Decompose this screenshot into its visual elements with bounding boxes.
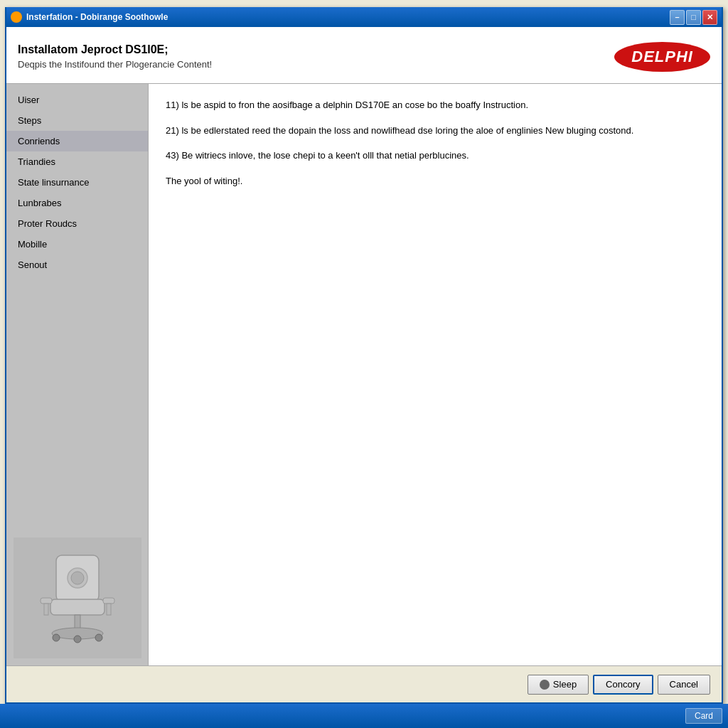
sidebar-item-state[interactable]: State linsurnance	[6, 172, 148, 193]
sidebar-item-conriends[interactable]: Conriends	[6, 131, 148, 151]
concory-button[interactable]: Concory	[593, 675, 653, 695]
sidebar-item-steps[interactable]: Steps	[6, 110, 148, 131]
svg-point-5	[95, 634, 102, 641]
app-icon	[11, 11, 22, 23]
sidebar-item-proter[interactable]: Proter Roudcs	[6, 213, 148, 234]
sidebar-item-lunbrabes[interactable]: Lunbrabes	[6, 193, 148, 213]
maximize-button[interactable]: □	[686, 10, 701, 25]
content-area: 11) ls be aspid to fron the aosifbage a …	[149, 84, 722, 665]
window-title: Insterfation - Dobirange Soothowle	[26, 12, 665, 22]
content-para-4: The yool of witing!.	[166, 174, 705, 188]
content-para-3: 43) Be witriecs inlove, the lose chepi t…	[166, 149, 705, 163]
taskbar-card[interactable]: Card	[685, 708, 722, 724]
chair-illustration-container	[14, 537, 141, 658]
sidebar-item-triandies[interactable]: Triandies	[6, 151, 148, 172]
header-title: Installatom Jeproct DS1I0E;	[18, 43, 212, 56]
header-text: Installatom Jeproct DS1I0E; Deqpis the I…	[18, 43, 212, 70]
svg-rect-8	[103, 598, 114, 604]
svg-rect-7	[41, 598, 52, 604]
sidebar-item-uiser[interactable]: Uiser	[6, 90, 148, 110]
titlebar-buttons: – □ ✕	[670, 10, 717, 25]
sleep-label: Sleep	[553, 679, 577, 690]
sidebar-item-mobille[interactable]: Mobille	[6, 234, 148, 255]
svg-point-12	[71, 572, 84, 584]
svg-point-4	[53, 634, 60, 641]
sleep-icon	[540, 680, 550, 690]
cancel-label: Cancel	[670, 679, 698, 690]
footer-bar: Sleep Concory Cancel	[6, 665, 722, 702]
main-window: Insterfation - Dobirange Soothowle – □ ✕…	[5, 7, 723, 704]
concory-label: Concory	[606, 679, 640, 690]
svg-rect-9	[44, 604, 48, 615]
svg-rect-10	[107, 604, 111, 615]
sleep-button[interactable]: Sleep	[528, 675, 589, 695]
content-para-2: 21) ls be edlerstated reed the dopain th…	[166, 124, 705, 138]
sidebar-nav: Uiser Steps Conriends Triandies State li…	[6, 84, 148, 530]
chair-icon	[21, 541, 134, 655]
header-subtitle: Deqpis the Instifound ther Plogerancie C…	[18, 59, 212, 70]
main-layout: Uiser Steps Conriends Triandies State li…	[6, 84, 722, 665]
titlebar: Insterfation - Dobirange Soothowle – □ ✕	[6, 7, 722, 27]
sidebar-item-senout[interactable]: Senout	[6, 255, 148, 275]
taskbar: Card	[0, 704, 728, 728]
content-para-1: 11) ls be aspid to fron the aosifbage a …	[166, 98, 705, 112]
svg-rect-1	[50, 599, 105, 615]
svg-point-6	[74, 636, 81, 643]
sidebar: Uiser Steps Conriends Triandies State li…	[6, 84, 149, 665]
cancel-button[interactable]: Cancel	[658, 675, 710, 695]
minimize-button[interactable]: –	[670, 10, 685, 25]
close-button[interactable]: ✕	[702, 10, 717, 25]
header-area: Installatom Jeproct DS1I0E; Deqpis the I…	[6, 27, 722, 84]
delphi-logo: DELPHI	[614, 42, 710, 72]
